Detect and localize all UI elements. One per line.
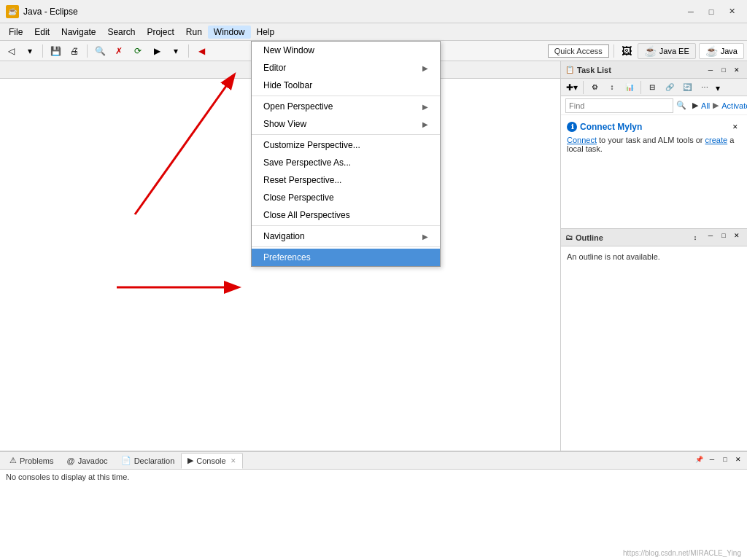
title-bar: ☕ Java - Eclipse ─ □ ✕	[0, 0, 747, 23]
customize-perspective-label: Customize Perspective...	[263, 140, 360, 150]
task-list-title: Task List	[577, 66, 611, 74]
maximize-button[interactable]: □	[702, 4, 721, 20]
quick-access-button[interactable]: Quick Access	[548, 44, 609, 58]
find-activate-chip[interactable]: Activate...	[721, 101, 747, 110]
tab-console[interactable]: ▶ Console ✕	[181, 453, 242, 469]
find-arrow2: ▶	[713, 101, 719, 110]
qa-section: Quick Access 🖼 ☕ Java EE ☕ Java	[548, 43, 744, 59]
persp-tab-java[interactable]: ☕ Java	[699, 43, 744, 59]
menu-file[interactable]: File	[3, 26, 28, 39]
outline-close[interactable]: ✕	[731, 230, 743, 241]
console-close[interactable]: ✕	[231, 457, 236, 464]
bottom-minimize[interactable]: ─	[706, 454, 718, 465]
tab-declaration[interactable]: 📄 Declaration	[115, 453, 182, 469]
mylyn-text: Connect to your task and ALM tools or cr…	[567, 136, 741, 153]
tasklist-close[interactable]: ✕	[731, 64, 743, 76]
menu-hide-toolbar[interactable]: Hide Toolbar	[252, 77, 440, 94]
reset-perspective-label: Reset Perspective...	[263, 175, 341, 185]
mylyn-close[interactable]: ✕	[729, 121, 741, 133]
toolbar-refresh[interactable]: ⟳	[130, 43, 146, 59]
outline-maximize[interactable]: □	[718, 230, 729, 241]
persp-icon-btn[interactable]: 🖼	[619, 43, 635, 59]
outline-minimize[interactable]: ─	[705, 230, 716, 241]
bottom-maximize[interactable]: □	[719, 454, 731, 465]
menu-edit[interactable]: Edit	[28, 26, 55, 39]
task-new-dropdown[interactable]: ✚▾	[564, 79, 580, 96]
persp-tab-javaee[interactable]: ☕ Java EE	[638, 43, 696, 59]
menu-editor[interactable]: Editor ▶	[252, 59, 440, 77]
toolbar-search[interactable]: 🔍	[92, 43, 108, 59]
create-link[interactable]: create	[705, 136, 728, 144]
toolbar-extra[interactable]: ◀	[193, 43, 209, 59]
toolbar-sep-2	[87, 44, 88, 58]
right-panel: 📋 Task List ─ □ ✕ ✚▾ ⚙ ↕ 📊 ⊟ 🔗 🔄 ⋯	[561, 61, 747, 451]
task-list-header: 📋 Task List ─ □ ✕	[561, 61, 747, 79]
outline-sort[interactable]: ↕	[687, 230, 703, 246]
menu-navigate[interactable]: Navigate	[55, 26, 101, 39]
toolbar-print[interactable]: 🖨	[66, 43, 82, 59]
menu-close-all-perspectives[interactable]: Close All Perspectives	[252, 206, 440, 224]
menu-open-perspective[interactable]: Open Perspective ▶	[252, 98, 440, 115]
menu-window[interactable]: Window	[208, 26, 251, 39]
toolbar-back[interactable]: ◁	[3, 43, 19, 59]
mylyn-title-text: Connect Mylyn	[580, 122, 642, 132]
task-more[interactable]: ⋯	[697, 79, 713, 96]
toolbar-stop[interactable]: ✗	[111, 43, 127, 59]
bottom-close[interactable]: ✕	[732, 454, 744, 465]
tasklist-maximize[interactable]: □	[718, 64, 729, 76]
java-icon: ☕	[705, 45, 718, 57]
toolbar-run[interactable]: ▶	[149, 43, 165, 59]
menu-project[interactable]: Project	[141, 26, 179, 39]
menu-search[interactable]: Search	[101, 26, 141, 39]
find-arrow-icon: ▶	[692, 101, 698, 110]
toolbar-save[interactable]: 💾	[47, 43, 63, 59]
outline-title: Outline	[576, 233, 603, 242]
bottom-panel: ⚠ Problems @ Javadoc 📄 Declaration ▶ Con…	[0, 451, 747, 560]
bottom-tabs: ⚠ Problems @ Javadoc 📄 Declaration ▶ Con…	[0, 452, 747, 470]
task-filter[interactable]: ⚙	[587, 79, 603, 96]
find-input[interactable]	[565, 98, 673, 113]
javadoc-label: Javadoc	[78, 456, 108, 465]
task-sep2	[640, 81, 641, 94]
task-collapse[interactable]: ⊟	[644, 79, 660, 96]
menu-customize-perspective[interactable]: Customize Perspective...	[252, 136, 440, 154]
menu-help[interactable]: Help	[251, 26, 281, 39]
close-perspective-label: Close Perspective	[263, 192, 334, 203]
task-sep	[583, 81, 584, 94]
menu-run[interactable]: Run	[180, 26, 208, 39]
task-sort[interactable]: ↕	[604, 79, 620, 96]
toolbar-run-dropdown[interactable]: ▾	[168, 43, 184, 59]
menu-preferences[interactable]: Preferences	[252, 249, 440, 266]
declaration-label: Declaration	[134, 456, 175, 465]
minimize-button[interactable]: ─	[681, 4, 700, 20]
task-sync[interactable]: 🔄	[679, 79, 695, 96]
bottom-panel-actions: 📌 ─ □ ✕	[693, 454, 744, 465]
menu-show-view[interactable]: Show View ▶	[252, 115, 440, 133]
menu-new-window[interactable]: New Window	[252, 42, 440, 59]
problems-label: Problems	[20, 456, 53, 465]
connect-link[interactable]: Connect	[567, 136, 597, 144]
menu-close-perspective[interactable]: Close Perspective	[252, 189, 440, 206]
close-button[interactable]: ✕	[722, 4, 741, 20]
tab-javadoc[interactable]: @ Javadoc	[60, 453, 114, 469]
sep-3	[252, 225, 440, 226]
sep-1	[252, 96, 440, 96]
outline-actions: ↕ ─ □ ✕	[687, 230, 743, 246]
quick-access-label: Quick Access	[554, 47, 603, 55]
editor-arrow: ▶	[422, 64, 428, 72]
menu-save-perspective-as[interactable]: Save Perspective As...	[252, 154, 440, 171]
tasklist-minimize[interactable]: ─	[705, 64, 716, 76]
tab-problems[interactable]: ⚠ Problems	[3, 453, 60, 469]
toolbar-dropdown1[interactable]: ▾	[22, 43, 38, 59]
bottom-pin[interactable]: 📌	[693, 454, 705, 465]
task-group[interactable]: 📊	[622, 79, 638, 96]
find-all-chip[interactable]: All	[701, 101, 710, 110]
navigation-arrow: ▶	[422, 233, 428, 241]
menu-navigation[interactable]: Navigation ▶	[252, 228, 440, 245]
open-perspective-label: Open Perspective	[263, 101, 333, 112]
task-link[interactable]: 🔗	[662, 79, 678, 96]
javadoc-icon: @	[66, 456, 74, 465]
menu-reset-perspective[interactable]: Reset Perspective...	[252, 171, 440, 189]
task-expand-btn: ▾	[716, 83, 720, 93]
watermark: https://blog.csdn.net/MIRACLE_Ying	[623, 549, 741, 557]
